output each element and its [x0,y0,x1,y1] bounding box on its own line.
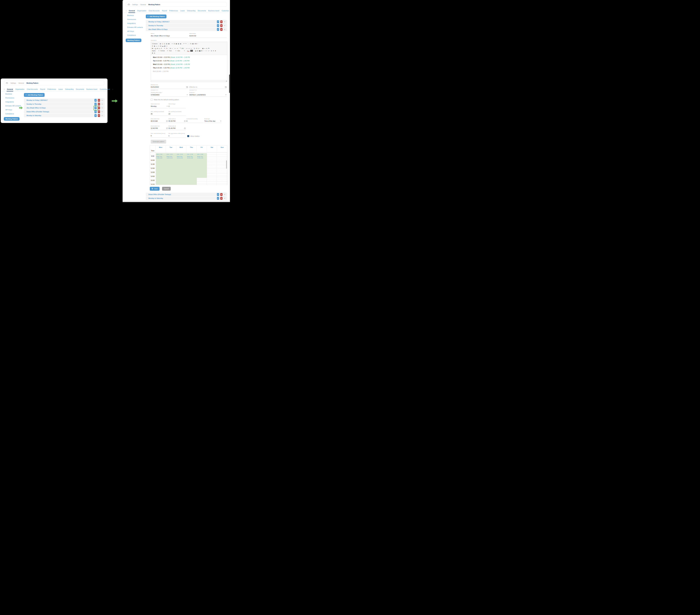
min-working-hours-field[interactable]: 22 [168,113,186,116]
special-character-icon[interactable]: Ω [211,50,212,52]
paste-icon[interactable]: ▦ [176,43,177,45]
sidebar-item-working-pattern[interactable]: Working Pattern [4,117,20,121]
name-field[interactable]: Abu Dhabi Office 4.5 Days [151,35,188,38]
iframe-icon[interactable]: ⊕ [215,50,216,52]
save-button[interactable]: Save [150,187,160,190]
week-starts-from-select[interactable]: Monday ▼ [151,105,168,108]
italic-icon[interactable]: I [154,48,154,49]
sidebar-item-compliance[interactable]: Compliance [127,34,144,36]
chevron-down-icon[interactable] [224,194,225,195]
sidebar-item-permissions[interactable]: Permissions [5,97,22,99]
tab-customization[interactable]: Customization [222,9,230,13]
generate-pattern-button[interactable]: Generate pattern [151,140,166,144]
remove-format-icon[interactable]: Tx [166,48,167,49]
font-dropdown[interactable]: Font▼ [169,50,177,51]
off-days-field[interactable]: 2 [168,105,186,108]
editor-content[interactable]: Mon 8:30 AM – 5:30 PM | Break: 12.45 PM … [151,55,227,80]
save-icon[interactable]: ▤ [160,43,161,45]
chart-icon[interactable]: ▆ [199,50,200,52]
outdent-icon[interactable]: ⇤ [175,48,176,49]
min-gap-field[interactable]: 1 [168,135,186,138]
work-ends-at-field[interactable]: 05:30 PM [168,120,186,123]
size-dropdown[interactable]: Size▼ [177,50,185,51]
edit-button[interactable] [217,24,219,27]
pattern-row-title[interactable]: Monday to Friday | DEFAULT [148,21,170,23]
spellcheck-icon[interactable]: ABC▼ [194,43,198,45]
text-direction-rtl-icon[interactable]: ‹¶ [196,48,197,49]
delete-button[interactable] [98,103,100,106]
anchor-icon[interactable]: ⚑ [208,48,209,49]
background-color-icon[interactable]: A▼ [190,50,193,52]
audience-select[interactable]: DEFAULT_AUDIENCE ▼ [189,94,227,97]
chevron-down-icon[interactable] [224,197,225,199]
tab-payroll[interactable]: Payroll [162,9,167,13]
align-right-icon[interactable]: ≡ [189,48,190,49]
abbreviation-field[interactable]: AUH4.5D [189,35,227,38]
align-center-icon[interactable]: ≡ [188,48,188,49]
sidebar-item-compliance[interactable]: Compliance [5,113,22,115]
show-blocks-icon[interactable]: ⊡ [154,52,155,54]
sidebar-item-emirates-hr-contacts[interactable]: Emirates HR contacts [127,26,144,28]
work-starts-from-field[interactable]: 08:30 AM [151,120,168,123]
max-overtime-field[interactable]: 5 [151,135,168,138]
break-ends-at-field[interactable]: 01:45 PM [168,127,186,130]
sidebar-item-business[interactable]: Business [127,14,144,16]
smiley-icon[interactable]: ☺ [205,50,207,52]
button-field-icon[interactable]: ▬ [162,45,163,47]
numbered-list-icon[interactable]: ≣ [170,48,171,49]
tab-payroll[interactable]: Payroll [40,87,45,91]
pattern-row-title[interactable]: Abu Dhabi Office 4.5 Days [27,107,46,109]
radio-field-icon[interactable]: ◉ [154,45,155,47]
clock-icon[interactable] [184,120,186,122]
pattern-row-title[interactable]: Monday to Friday | DEFAULT [27,99,48,101]
highlight-icon[interactable]: ▣ [202,48,203,49]
breadcrumb-general[interactable]: General [140,4,146,5]
tab-documents[interactable]: Documents [198,9,206,13]
align-left-icon[interactable]: ≡ [186,48,187,49]
table-icon[interactable]: ⊞ [201,50,202,52]
checkbox-field-icon[interactable]: ☑ [152,45,153,47]
unlink-icon[interactable]: ⊘ [206,48,208,49]
pattern-row-title[interactable]: Monday to Saturday [27,115,41,116]
sidebar-item-working-pattern[interactable]: Working Pattern [126,39,141,42]
textarea-field-icon[interactable]: ◻ [158,45,159,47]
image-icon[interactable]: ◪ [195,50,196,52]
print-icon[interactable]: ▥ [166,43,167,45]
tab-chart-accounts[interactable]: Chart Accounts [27,87,38,91]
superscript-icon[interactable]: x² [161,48,162,49]
chevron-left-icon[interactable]: ‹ [126,9,126,13]
tab-leave[interactable]: Leave [58,87,63,91]
tab-chart-accounts[interactable]: Chart Accounts [149,9,160,13]
tab-general[interactable]: General [7,87,13,91]
templates-icon[interactable]: ▣ [168,43,170,45]
link-icon[interactable]: ∞ [204,48,205,49]
pattern-row-title[interactable]: Sunday to Thursday [148,25,163,26]
tab-customization[interactable]: Customization [100,87,110,91]
chevron-down-icon[interactable] [101,107,103,109]
briefcase-icon[interactable] [128,3,130,5]
chevron-up-icon[interactable] [224,28,225,30]
tab-preferences[interactable]: Preferences [169,9,178,13]
break-type-select[interactable]: Time of the day ▼ [204,120,222,123]
edit-button[interactable] [95,103,97,106]
edit-button[interactable] [217,193,219,196]
tab-leave[interactable]: Leave [180,9,185,13]
breadcrumb-general[interactable]: General [18,82,24,84]
image-button-field-icon[interactable]: ◧ [164,45,165,47]
edit-button[interactable] [95,114,97,117]
edit-button[interactable] [217,28,219,31]
indent-icon[interactable]: ⇥ [177,48,178,49]
edit-button[interactable] [95,110,97,113]
tab-organisation[interactable]: Organisation [137,9,146,13]
copy-formatting-icon[interactable]: ✎ [164,48,165,49]
chevron-left-icon[interactable]: ‹ [4,87,4,91]
tab-onboarding[interactable]: Onboarding [65,87,74,91]
calendar-icon[interactable] [225,86,227,88]
select-all-icon[interactable]: ▩ [192,43,193,45]
sidebar-item-business[interactable]: Business [5,93,22,95]
horizontal-rule-icon[interactable]: — [203,50,204,52]
calendar-icon[interactable] [186,86,188,88]
text-direction-ltr-icon[interactable]: ¶› [194,48,195,49]
chevron-down-icon[interactable] [101,99,103,101]
delete-button[interactable] [220,24,223,27]
